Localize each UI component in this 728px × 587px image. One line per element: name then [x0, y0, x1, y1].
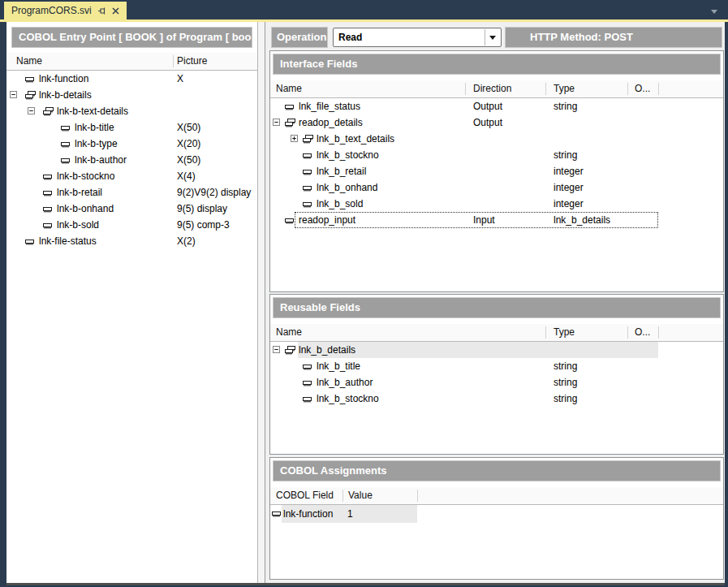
field-icon — [271, 510, 282, 518]
entry-point-row-lnk-function[interactable]: lnk-functionX — [6, 71, 257, 87]
interface-fields-row-readop-details[interactable]: readop_detailsOutput — [270, 114, 723, 131]
cobol-assignments-section: COBOL Assignments COBOL FieldValue lnk-f… — [269, 457, 724, 580]
field-icon — [302, 152, 312, 160]
field-icon — [42, 173, 53, 181]
operation-label: Operation — [271, 27, 328, 48]
interface-fields-tree: lnk_file_statusOutputstringreadop_detail… — [270, 98, 723, 228]
reusable-fields-column-o[interactable]: O... — [635, 324, 650, 341]
reusable-fields-section: Reusable Fields NameTypeO... lnk_b_detai… — [269, 294, 724, 455]
cobol-assignments-title: COBOL Assignments — [273, 460, 721, 481]
entry-point-row-lnk-b-sold[interactable]: lnk-b-sold9(5) comp-3 — [6, 217, 257, 233]
field-type: integer — [554, 179, 584, 196]
column-separator[interactable] — [173, 55, 174, 67]
entry-point-row-lnk-b-stockno[interactable]: lnk-b-stocknoX(4) — [6, 168, 257, 184]
interface-fields-row-lnk-b-text-details[interactable]: lnk_b_text_details — [270, 131, 723, 147]
reusable-fields-row-lnk-b-title[interactable]: lnk_b_titlestring — [270, 358, 723, 374]
field-picture: X(20) — [177, 136, 200, 152]
field-icon — [42, 205, 53, 214]
column-separator[interactable] — [627, 83, 628, 95]
entry-point-row-lnk-b-retail[interactable]: lnk-b-retail9(2)V9(2) display — [6, 184, 257, 201]
collapse-toggle-icon[interactable] — [28, 107, 35, 114]
field-type: string — [554, 147, 577, 163]
reusable-fields-column-header: NameTypeO... — [270, 324, 723, 342]
field-name: lnk-b-type — [75, 136, 118, 152]
field-type: string — [554, 98, 577, 114]
interface-fields-column-direction[interactable]: Direction — [473, 80, 511, 97]
interface-fields-row-lnk-b-sold[interactable]: lnk_b_soldinteger — [270, 196, 723, 212]
operation-panel: Operation Read HTTP Method: POST Interfa… — [265, 22, 725, 583]
interface-fields-row-lnk-file-status[interactable]: lnk_file_statusOutputstring — [270, 98, 723, 114]
entry-point-row-lnk-file-status[interactable]: lnk-file-statusX(2) — [6, 233, 257, 249]
pin-icon[interactable] — [97, 6, 106, 15]
interface-fields-column-type[interactable]: Type — [554, 80, 575, 97]
entry-point-column-name[interactable]: Name — [16, 53, 42, 70]
field-picture: X(2) — [177, 233, 196, 249]
field-icon — [284, 103, 295, 111]
reusable-fields-row-lnk-b-stockno[interactable]: lnk_b_stocknostring — [270, 391, 723, 407]
cobol-assignments-column-value[interactable]: Value — [348, 487, 373, 504]
field-name: lnk_b_stockno — [317, 391, 379, 407]
cobol-assignments-row-lnk-function[interactable]: lnk-function1 — [270, 505, 723, 523]
column-separator[interactable] — [465, 83, 466, 95]
field-icon — [302, 379, 312, 387]
field-name: lnk_b_details — [299, 342, 355, 358]
reusable-fields-tree: lnk_b_detailslnk_b_titlestringlnk_b_auth… — [270, 342, 723, 407]
field-name: lnk_b_stockno — [317, 147, 379, 163]
column-separator[interactable] — [658, 83, 659, 95]
reusable-fields-row-lnk-b-details[interactable]: lnk_b_details — [270, 342, 723, 358]
reusable-fields-column-name[interactable]: Name — [276, 324, 302, 341]
entry-point-row-lnk-b-type[interactable]: lnk-b-typeX(20) — [6, 136, 257, 152]
operation-select[interactable]: Read — [333, 28, 502, 47]
tab-title: ProgramCORS.svi — [11, 5, 92, 16]
entry-point-row-lnk-b-title[interactable]: lnk-b-titleX(50) — [6, 119, 257, 136]
interface-fields-row-readop-input[interactable]: readop_inputInputlnk_b_details — [270, 212, 723, 228]
field-name: lnk_b_text_details — [317, 131, 394, 147]
interface-fields-column-o[interactable]: O... — [635, 80, 650, 97]
field-name: lnk-b-sold — [57, 217, 99, 233]
reusable-fields-row-lnk-b-author[interactable]: lnk_b_authorstring — [270, 374, 723, 391]
cobol-assignments-table: lnk-function1 — [270, 505, 723, 523]
reusable-fields-title: Reusable Fields — [273, 297, 721, 318]
collapse-toggle-icon[interactable] — [273, 119, 280, 126]
field-name: lnk-function — [39, 71, 88, 87]
expand-toggle-icon[interactable] — [291, 135, 298, 142]
field-direction: Input — [473, 212, 495, 228]
column-separator[interactable] — [417, 490, 418, 502]
entry-point-row-lnk-b-details[interactable]: lnk-b-details — [6, 87, 257, 103]
column-separator[interactable] — [545, 83, 546, 95]
panel-splitter[interactable] — [257, 22, 265, 583]
collapse-toggle-icon[interactable] — [273, 346, 280, 353]
field-name: lnk-b-stockno — [57, 168, 114, 184]
column-separator[interactable] — [658, 326, 659, 339]
interface-fields-row-lnk-b-onhand[interactable]: lnk_b_onhandinteger — [270, 179, 723, 196]
column-separator[interactable] — [545, 326, 546, 339]
field-name: lnk_b_title — [317, 358, 360, 374]
entry-point-row-lnk-b-onhand[interactable]: lnk-b-onhand9(5) display — [6, 201, 257, 217]
field-name: lnk-b-author — [75, 152, 127, 168]
entry-point-row-lnk-b-author[interactable]: lnk-b-authorX(50) — [6, 152, 257, 168]
reusable-fields-column-type[interactable]: Type — [554, 324, 575, 341]
operation-selected-value: Read — [338, 32, 362, 43]
column-separator[interactable] — [342, 490, 343, 502]
interface-fields-row-lnk-b-retail[interactable]: lnk_b_retailinteger — [270, 163, 723, 179]
tab-bar: ProgramCORS.svi — [0, 0, 728, 22]
entry-point-header: COBOL Entry Point [ BOOK ] of Program [ … — [11, 27, 252, 48]
column-separator[interactable] — [627, 326, 628, 339]
close-icon[interactable] — [112, 7, 119, 15]
collapse-toggle-icon[interactable] — [10, 91, 17, 98]
group-field-icon — [284, 118, 296, 127]
field-name: lnk-b-retail — [57, 184, 102, 201]
field-icon — [60, 157, 71, 165]
chevron-down-icon[interactable] — [711, 10, 717, 14]
field-name: lnk_b_retail — [317, 163, 366, 179]
field-name: lnk-b-details — [39, 87, 92, 103]
interface-fields-row-lnk-b-stockno[interactable]: lnk_b_stocknostring — [270, 147, 723, 163]
entry-point-row-lnk-b-text-details[interactable]: lnk-b-text-details — [6, 103, 257, 119]
field-value: 1 — [347, 505, 353, 523]
document-tab[interactable]: ProgramCORS.svi — [4, 2, 127, 19]
entry-point-column-picture[interactable]: Picture — [177, 53, 207, 70]
interface-fields-column-name[interactable]: Name — [276, 80, 302, 97]
chevron-down-icon[interactable] — [485, 29, 500, 45]
cobol-assignments-column-cobol-field[interactable]: COBOL Field — [276, 487, 334, 504]
field-icon — [24, 238, 35, 246]
